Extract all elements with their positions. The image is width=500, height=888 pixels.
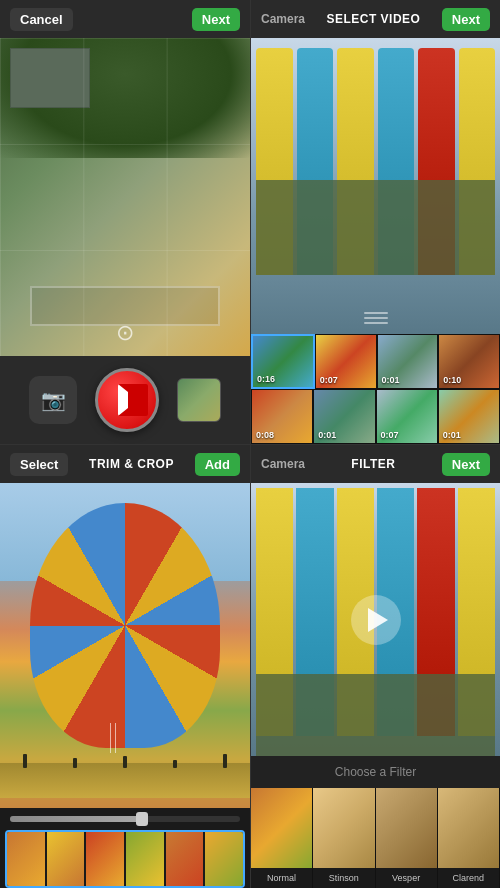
filter-video-preview	[251, 483, 500, 756]
thumb-duration-4: 0:08	[256, 430, 274, 440]
thumb-item-3[interactable]: 0:10	[438, 334, 500, 389]
filter-stinson[interactable]: Stinson	[313, 788, 375, 888]
trim-controls	[0, 808, 250, 888]
filter-name-clarend: Clarend	[438, 868, 499, 888]
video-main-preview	[251, 38, 500, 334]
thumb-item-6[interactable]: 0:07	[376, 389, 438, 444]
filmstrip-frame-3	[86, 832, 124, 886]
add-button[interactable]: Add	[195, 453, 240, 476]
thumb-duration-6: 0:07	[381, 430, 399, 440]
select-video-title: SELECT VIDEO	[313, 12, 434, 26]
camera-label-filter: Camera	[261, 457, 305, 471]
choose-filter-text: Choose a Filter	[335, 765, 416, 779]
trim-video-preview	[0, 483, 250, 808]
video-thumbnail-grid: 0:16 0:07 0:01 0:10 0:08 0:01	[251, 334, 500, 444]
camera-label-select: Camera	[261, 12, 305, 26]
top-bar-filter: Camera FILTER Next	[251, 445, 500, 483]
balloon-strips-large	[251, 38, 500, 275]
camera-preview-image: ⊙	[0, 38, 250, 356]
filter-strip: Normal Stinson Vesper Clarend	[251, 788, 500, 888]
thumb-item-4[interactable]: 0:08	[251, 389, 313, 444]
camera-record-panel: Cancel Next ⊙ 📷	[0, 0, 250, 444]
balloon-preview-image	[251, 38, 500, 334]
camera-flip-icon: ⊙	[116, 320, 134, 346]
drag-line-2	[364, 317, 388, 319]
filter-thumb-stinson	[313, 788, 374, 868]
filter-normal[interactable]: Normal	[251, 788, 313, 888]
filter-balloon-bg	[251, 483, 500, 756]
filter-name-vesper: Vesper	[376, 868, 437, 888]
thumb-duration-5: 0:01	[318, 430, 336, 440]
filter-clarend[interactable]: Clarend	[438, 788, 500, 888]
grid-overlay	[0, 38, 250, 356]
thumb-item-2[interactable]: 0:01	[377, 334, 439, 389]
thumb-duration-1: 0:07	[320, 375, 338, 385]
trim-crop-panel: Select TRIM & CROP Add	[0, 444, 250, 888]
balloon-body	[30, 503, 220, 748]
balloon-large-image	[0, 483, 250, 808]
filter-name-stinson: Stinson	[313, 868, 374, 888]
drag-handle[interactable]	[364, 312, 388, 324]
drag-line-3	[364, 322, 388, 324]
thumb-duration-7: 0:01	[443, 430, 461, 440]
thumb-item-1[interactable]: 0:07	[315, 334, 377, 389]
thumb-item-7[interactable]: 0:01	[438, 389, 500, 444]
filter-thumb-vesper	[376, 788, 437, 868]
trim-filmstrip[interactable]	[5, 830, 245, 888]
thumb-duration-2: 0:01	[382, 375, 400, 385]
filter-panel: Camera FILTER Next Choose a Filter	[250, 444, 500, 888]
filmstrip-frame-2	[47, 832, 85, 886]
cancel-button[interactable]: Cancel	[10, 8, 73, 31]
ground	[0, 763, 250, 798]
filter-title: FILTER	[313, 457, 434, 471]
camera-preview: ⊙	[0, 38, 250, 356]
trim-progress-bar[interactable]	[10, 816, 240, 822]
gallery-thumbnail[interactable]	[177, 378, 221, 422]
thumb-item-5[interactable]: 0:01	[313, 389, 375, 444]
top-bar-trim: Select TRIM & CROP Add	[0, 445, 250, 483]
filter-name-normal: Normal	[251, 868, 312, 888]
instagram-icon: 📷	[41, 388, 66, 412]
thumb-item-0[interactable]: 0:16	[251, 334, 315, 389]
next-button-select[interactable]: Next	[442, 8, 490, 31]
trim-progress-fill	[10, 816, 148, 822]
thumb-row-2: 0:08 0:01 0:07 0:01	[251, 389, 500, 444]
select-video-panel: Camera SELECT VIDEO Next	[250, 0, 500, 444]
choose-filter-label-area: Choose a Filter	[251, 756, 500, 788]
filter-thumb-normal	[251, 788, 312, 868]
filter-vesper[interactable]: Vesper	[376, 788, 438, 888]
drag-line-1	[364, 312, 388, 314]
instagram-button[interactable]: 📷	[29, 376, 77, 424]
record-button[interactable]	[95, 368, 159, 432]
thumb-duration-3: 0:10	[443, 375, 461, 385]
thumb-duration-0: 0:16	[257, 374, 275, 384]
select-button[interactable]: Select	[10, 453, 68, 476]
filmstrip-frame-5	[166, 832, 204, 886]
top-bar-select-video: Camera SELECT VIDEO Next	[251, 0, 500, 38]
filmstrip-frame-4	[126, 832, 164, 886]
play-button-overlay[interactable]	[351, 595, 401, 645]
thumb-row-1: 0:16 0:07 0:01 0:10	[251, 334, 500, 389]
next-button-camera[interactable]: Next	[192, 8, 240, 31]
play-triangle-icon	[368, 608, 388, 632]
trim-crop-title: TRIM & CROP	[76, 457, 186, 471]
top-bar-camera: Cancel Next	[0, 0, 250, 38]
filmstrip-frame-1	[7, 832, 45, 886]
filter-thumb-clarend	[438, 788, 499, 868]
camera-controls: 📷	[0, 356, 250, 444]
trim-handle[interactable]	[136, 812, 148, 826]
filmstrip-frame-6	[205, 832, 243, 886]
next-button-filter[interactable]: Next	[442, 453, 490, 476]
